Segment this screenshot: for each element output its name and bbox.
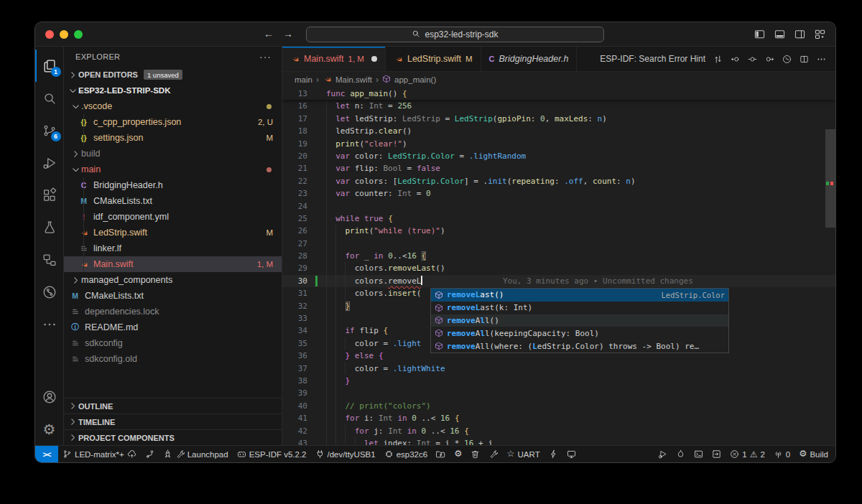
file-dependencies-lock[interactable]: dependencies.lock (64, 304, 282, 319)
toggle-secondary-sidebar-button[interactable] (794, 29, 805, 39)
toggle-panel-button[interactable] (774, 29, 785, 39)
activity-bar-item-additional-views[interactable] (35, 308, 64, 340)
breadcrumb-file[interactable]: Main.swift (335, 75, 372, 84)
code-line-38[interactable]: 38 } (282, 375, 835, 387)
activity-bar-item-explorer[interactable]: 1 (35, 50, 64, 82)
more-actions-button[interactable] (817, 55, 826, 64)
menuconfig-status-item[interactable]: ⚙ (450, 446, 466, 462)
navigate-back-button[interactable]: ← (264, 28, 274, 39)
forwarded-ports-status-item[interactable]: 0 (769, 446, 794, 462)
file-c-cpp-properties-json[interactable]: {}c_cpp_properties.json2, U (64, 114, 282, 130)
run-or-debug-button[interactable] (782, 55, 792, 64)
espidf-version-status-item[interactable]: ESP-IDF v5.2.2 (233, 446, 311, 462)
activity-bar-item-esp-idf-explorer[interactable] (35, 243, 64, 276)
folder-main[interactable]: main (64, 162, 282, 177)
navigate-forward-button[interactable] (765, 55, 774, 64)
explorer-more-actions-button[interactable]: ··· (259, 51, 272, 62)
suggestion-removelast-k[interactable]: removeLast(k: Int) (431, 302, 728, 314)
code-line-39[interactable]: 39 (282, 387, 835, 399)
compare-changes-button[interactable] (713, 55, 723, 64)
file-linker-lf[interactable]: linker.lf (64, 241, 282, 256)
split-editor-button[interactable] (800, 55, 809, 64)
suggestion-removeall[interactable]: removeAll() (431, 314, 728, 327)
launchpad-status-item[interactable]: Launchpad (159, 446, 233, 462)
tab-bridgingheader-h[interactable]: CBridgingHeader.h (481, 47, 578, 71)
build-status-status-item[interactable]: ⚙Build (794, 446, 833, 462)
activity-bar-item-extensions[interactable] (35, 179, 64, 211)
activity-bar-item-commit-graph[interactable] (35, 276, 64, 308)
sidebar-section-timeline[interactable]: TIMELINE (64, 414, 282, 429)
flame-status-item[interactable] (672, 446, 690, 462)
folder-vscode[interactable]: .vscode (64, 98, 282, 114)
device-target-status-item[interactable]: esp32c6 (380, 446, 432, 462)
toggle-primary-sidebar-button[interactable] (754, 29, 765, 39)
close-window-button[interactable] (45, 30, 54, 39)
code-line-27[interactable]: 27 (282, 238, 835, 250)
code-line-42[interactable]: 42 for j: Int in 0 ..< 16 { (282, 425, 835, 437)
customize-layout-button[interactable] (815, 29, 825, 39)
espidf-search-error-hint-action[interactable]: ESP-IDF: Search Error Hint (600, 54, 705, 64)
file-bridgingheader-h[interactable]: CBridgingHeader.h (64, 177, 282, 193)
code-line-21[interactable]: 21 var flip: Bool = false (282, 162, 835, 174)
code-editor[interactable]: 13func app_main() { 16 let n: Int = 2561… (282, 88, 835, 445)
code-line-26[interactable]: 26 print("while (true)") (282, 225, 835, 237)
file-cmakelists-main[interactable]: MCMakeLists.txt (64, 193, 282, 209)
code-line-24[interactable]: 24 (282, 200, 835, 213)
code-line-17[interactable]: 17 let ledStrip: LedStrip = LedStrip(gpi… (282, 113, 835, 125)
folder-build[interactable]: build (64, 146, 282, 162)
sticky-scroll-line[interactable]: 13func app_main() { (282, 88, 835, 100)
open-project-status-item[interactable] (708, 446, 726, 462)
sidebar-section-project-components[interactable]: PROJECT COMPONENTS (64, 429, 282, 445)
suggestion-removeall-where[interactable]: removeAll(where: (LedStrip.Color) throws… (431, 340, 728, 353)
navigate-back-button[interactable] (731, 55, 740, 64)
code-line-37[interactable]: 37 color = .lightWhite (282, 363, 835, 375)
file-sdkconfig-old[interactable]: sdkconfig.old (64, 351, 282, 367)
debug-status-item[interactable] (654, 446, 672, 462)
code-line-28[interactable]: 28 for _ in 0..<16 { (282, 250, 835, 262)
unsaved-dot-icon[interactable] (371, 56, 377, 62)
activity-bar-item-settings[interactable]: ⚙ (35, 413, 64, 445)
sidebar-section-outline[interactable]: OUTLINE (64, 398, 282, 414)
navigate-position-button[interactable] (748, 55, 757, 64)
problems-status-item[interactable]: 1⚠2 (726, 446, 769, 462)
code-line-19[interactable]: 19 print("clear!") (282, 138, 835, 150)
minimize-window-button[interactable] (60, 30, 68, 39)
code-line-22[interactable]: 22 var colors: [LedStrip.Color] = .init(… (282, 175, 835, 187)
code-line-25[interactable]: 25 while true { (282, 213, 835, 225)
activity-bar-item-search[interactable] (35, 82, 64, 114)
code-line-29[interactable]: 29 colors.removeLast() (282, 262, 835, 274)
serial-port-status-item[interactable]: /dev/ttyUSB1 (311, 446, 380, 462)
flash-method-status-item[interactable] (432, 446, 450, 462)
code-line-20[interactable]: 20 var color: LedStrip.Color = .lightRan… (282, 150, 835, 162)
suggestion-removeall-capacity[interactable]: removeAll(keepingCapacity: Bool) (431, 327, 728, 340)
tab-ledstrip-swift[interactable]: LedStrip.swiftM (386, 47, 481, 71)
activity-bar-item-source-control[interactable]: 6 (35, 114, 64, 146)
activity-bar-item-run-and-debug[interactable] (35, 146, 64, 179)
scrollbar-thumb[interactable] (825, 129, 835, 228)
file-ledstrip-swift[interactable]: LedStrip.swiftM (64, 225, 282, 241)
build-tool-status-item[interactable] (484, 446, 502, 462)
git-branch-status-item[interactable]: LED-matrix*+ (58, 446, 141, 462)
code-line-13[interactable]: 13func app_main() { (282, 88, 835, 100)
remote-indicator-status-item[interactable]: >< (35, 446, 58, 462)
monitor-device-status-item[interactable] (562, 446, 580, 462)
flash-device-status-item[interactable] (544, 446, 562, 462)
folder-managed-components[interactable]: managed_components (64, 272, 282, 288)
breadcrumb-symbol[interactable]: app_main() (394, 75, 436, 84)
terminal-status-item[interactable] (690, 446, 708, 462)
editor-scrollbar[interactable] (825, 88, 835, 445)
file-idf-component-yml[interactable]: !idf_component.yml (64, 209, 282, 225)
activity-bar-item-accounts[interactable] (35, 381, 64, 413)
code-line-16[interactable]: 16 let n: Int = 256 (282, 100, 835, 112)
command-center-search[interactable]: esp32-led-strip-sdk (306, 27, 604, 42)
open-editors-section[interactable]: OPEN EDITORS 1 unsaved (64, 67, 282, 83)
project-root-folder[interactable]: ESP32-LED-STRIP-SDK (64, 83, 282, 98)
file-main-swift[interactable]: Main.swift1, M (64, 256, 282, 272)
code-line-23[interactable]: 23 var counter: Int = 0 (282, 187, 835, 200)
full-clean-status-item[interactable] (466, 446, 484, 462)
zoom-window-button[interactable] (74, 30, 83, 39)
code-line-41[interactable]: 41 for i: Int in 0 ..< 16 { (282, 412, 835, 424)
code-line-18[interactable]: 18 ledStrip.clear() (282, 125, 835, 137)
tab-main-swift[interactable]: Main.swift1, M (282, 47, 386, 71)
file-readme-md[interactable]: ⓘREADME.md (64, 319, 282, 335)
